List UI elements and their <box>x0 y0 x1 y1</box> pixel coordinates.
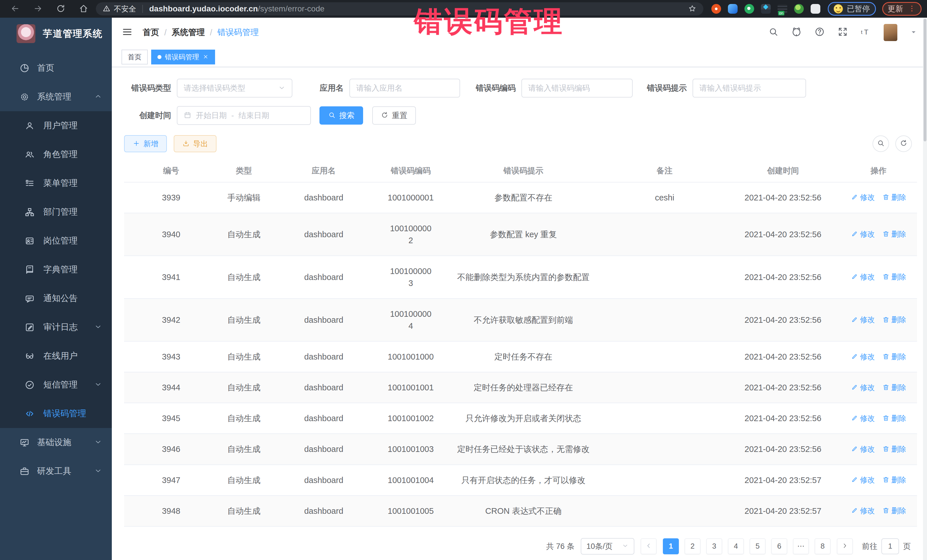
delete-button[interactable]: 删除 <box>882 272 906 282</box>
sidebar-item-sms[interactable]: 短信管理 <box>0 370 112 399</box>
security-warning-icon[interactable] <box>103 5 110 14</box>
edit-button[interactable]: 修改 <box>851 413 875 424</box>
breadcrumb-home[interactable]: 首页 <box>143 27 159 38</box>
breadcrumb-system[interactable]: 系统管理 <box>172 27 205 38</box>
next-page-button[interactable] <box>837 538 853 554</box>
extension-icon-1[interactable] <box>711 4 721 14</box>
page-button[interactable]: 4 <box>728 538 744 554</box>
trash-icon <box>882 382 890 393</box>
reset-button[interactable]: 重置 <box>372 106 416 124</box>
tab-home[interactable]: 首页 <box>122 50 148 64</box>
edit-button[interactable]: 修改 <box>851 272 875 282</box>
edit-button[interactable]: 修改 <box>851 382 875 393</box>
sidebar-item-dict[interactable]: 字典管理 <box>0 255 112 284</box>
tags-view-bar: 首页 错误码管理 <box>112 47 927 67</box>
sidebar-item-dev-tools[interactable]: 研发工具 <box>0 457 112 486</box>
filter-message-label: 错误码提示 <box>633 83 693 94</box>
scrollbar-thumb[interactable] <box>924 19 926 141</box>
bookmark-star-icon[interactable] <box>688 4 696 14</box>
edit-button[interactable]: 修改 <box>851 444 875 455</box>
window-scrollbar[interactable] <box>923 18 927 560</box>
browser-back-icon[interactable] <box>10 3 20 15</box>
search-button[interactable]: 搜索 <box>319 106 363 124</box>
fullscreen-icon[interactable] <box>837 27 848 38</box>
app-name-input[interactable] <box>356 84 453 93</box>
sidebar-item-users[interactable]: 用户管理 <box>0 111 112 140</box>
sidebar-item-error-code[interactable]: 错误码管理 <box>0 399 112 428</box>
font-size-icon[interactable]: tT <box>860 27 871 38</box>
page-button[interactable]: 1 <box>663 538 679 554</box>
table-row: 3940 自动生成 dashboard 100100000 2 参数配置 key… <box>124 213 917 256</box>
page-button[interactable]: ⋯ <box>793 538 809 554</box>
goto-page-input[interactable] <box>881 538 899 554</box>
delete-button[interactable]: 删除 <box>882 192 906 203</box>
header-search-icon[interactable] <box>768 27 779 38</box>
toggle-search-button[interactable] <box>872 135 889 152</box>
edit-button[interactable]: 修改 <box>851 352 875 363</box>
error-message-input[interactable] <box>699 84 799 93</box>
cell-id: 3939 <box>124 182 218 213</box>
kebab-menu-icon[interactable] <box>907 4 916 14</box>
github-icon[interactable] <box>791 27 802 38</box>
close-tab-icon[interactable] <box>202 53 209 61</box>
delete-button[interactable]: 删除 <box>882 382 906 393</box>
add-button[interactable]: 新增 <box>124 135 167 152</box>
extension-icon-5[interactable] <box>778 4 787 14</box>
browser-update-button[interactable]: 更新 <box>882 2 922 16</box>
error-code-input[interactable] <box>528 84 626 93</box>
edit-button[interactable]: 修改 <box>851 314 875 325</box>
delete-button[interactable]: 删除 <box>882 475 906 486</box>
sidebar-item-infra[interactable]: 基础设施 <box>0 428 112 457</box>
avatar-caret-icon[interactable] <box>910 28 917 37</box>
edit-button[interactable]: 修改 <box>851 505 875 516</box>
browser-forward-icon[interactable] <box>33 3 43 15</box>
browser-home-icon[interactable] <box>79 3 88 15</box>
delete-button[interactable]: 删除 <box>882 444 906 455</box>
extension-icon-6[interactable] <box>794 4 804 14</box>
app-logo-row[interactable]: 芋道管理系统 <box>0 18 112 50</box>
edit-button[interactable]: 修改 <box>851 192 875 203</box>
error-type-select[interactable]: 请选择错误码类型 <box>177 79 292 97</box>
sidebar-item-roles[interactable]: 角色管理 <box>0 140 112 169</box>
date-range-picker[interactable]: 开始日期 - 结束日期 <box>177 106 311 125</box>
help-icon[interactable] <box>815 27 825 38</box>
sidebar-item-system[interactable]: 系统管理 <box>0 82 112 111</box>
sidebar-item-audit-log[interactable]: 审计日志 <box>0 313 112 341</box>
extension-icon-2[interactable] <box>728 4 738 14</box>
page-button[interactable]: 3 <box>706 538 722 554</box>
edit-button[interactable]: 修改 <box>851 229 875 240</box>
table-row: 3945 自动生成 dashboard 1001001002 只允许修改为开启或… <box>124 403 917 434</box>
address-bar[interactable]: 不安全 dashboard.yudao.iocoder.cn/system/er… <box>96 2 704 15</box>
hamburger-icon[interactable] <box>122 26 133 39</box>
sidebar-item-online-users[interactable]: 在线用户 <box>0 341 112 370</box>
page-button[interactable]: 2 <box>685 538 701 554</box>
delete-button[interactable]: 删除 <box>882 505 906 516</box>
delete-button[interactable]: 删除 <box>882 314 906 325</box>
cell-message: 定时任务已经处于该状态，无需修改 <box>444 434 603 464</box>
delete-button[interactable]: 删除 <box>882 413 906 424</box>
delete-button[interactable]: 删除 <box>882 229 906 240</box>
sidebar-item-notice[interactable]: 通知公告 <box>0 284 112 313</box>
export-button[interactable]: 导出 <box>174 135 216 152</box>
page-button[interactable]: 8 <box>815 538 831 554</box>
refresh-table-button[interactable] <box>895 135 912 152</box>
screen: 不安全 dashboard.yudao.iocoder.cn/system/er… <box>0 0 927 560</box>
delete-button[interactable]: 删除 <box>882 352 906 363</box>
page-size-select[interactable]: 10条/页 <box>581 538 634 555</box>
edit-button[interactable]: 修改 <box>851 475 875 486</box>
prev-page-button[interactable] <box>641 538 656 554</box>
browser-reload-icon[interactable] <box>56 3 65 15</box>
user-avatar[interactable] <box>884 24 897 41</box>
sidebar-item-home[interactable]: 首页 <box>0 54 112 82</box>
extension-icon-4[interactable] <box>761 4 771 14</box>
sidebar-item-posts[interactable]: 岗位管理 <box>0 226 112 255</box>
sidebar-item-menus[interactable]: 菜单管理 <box>0 169 112 197</box>
page-button[interactable]: 6 <box>771 538 787 554</box>
tab-error-code[interactable]: 错误码管理 <box>151 50 215 64</box>
page-button[interactable]: 5 <box>749 538 766 554</box>
extension-icon-7[interactable] <box>811 4 820 14</box>
paused-extension-badge[interactable]: 已暂停 <box>828 2 876 16</box>
security-warning-label[interactable]: 不安全 <box>114 4 136 14</box>
sidebar-item-depts[interactable]: 部门管理 <box>0 197 112 226</box>
extension-icon-3[interactable] <box>745 4 754 14</box>
